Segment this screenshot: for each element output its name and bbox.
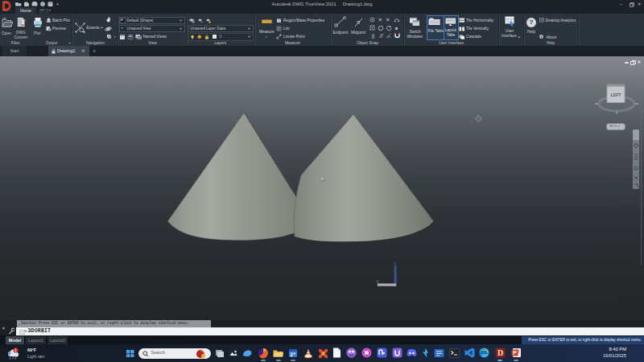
svg-text:Y: Y	[377, 279, 380, 284]
svg-text:D: D	[497, 348, 503, 357]
svg-text:z: z	[394, 261, 397, 265]
svg-text:P: P	[513, 350, 517, 356]
svg-text:1: 1	[14, 348, 17, 352]
svg-text:LEFT: LEFT	[611, 93, 621, 97]
svg-text:DWG: DWG	[36, 24, 41, 26]
